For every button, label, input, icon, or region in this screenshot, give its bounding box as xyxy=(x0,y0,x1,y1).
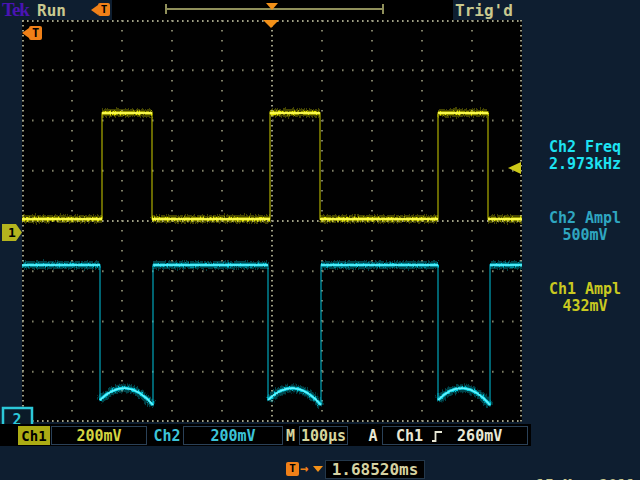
trigger-t-badge: T xyxy=(29,26,42,40)
ch1-ground-marker: 1 xyxy=(2,224,22,241)
trigger-delay-value: 1.68520ms xyxy=(325,460,425,479)
ch2-scale-readout: 200mV xyxy=(183,426,283,445)
measurement-label: Ch1 Ampl xyxy=(530,281,640,298)
trigger-time-offscreen-icon: T xyxy=(22,26,42,40)
trigger-a-tag: A xyxy=(367,426,379,445)
trigger-level-arrow-icon xyxy=(508,162,521,174)
arrow-left-icon xyxy=(91,5,98,15)
trigger-level-value: 260mV xyxy=(457,427,502,445)
status-bar: Ch1 200mV Ch2 200mV M 100µs A Ch1 260mV xyxy=(0,424,531,446)
scope-display xyxy=(22,20,522,422)
timebase-tag: M xyxy=(284,426,297,445)
acquisition-status: Run xyxy=(37,1,66,20)
triangle-down-icon xyxy=(313,466,323,472)
measurement-value: 500mV xyxy=(530,227,640,244)
record-trigger-marker-icon xyxy=(266,3,278,10)
measurement-ch1-ampl: Ch1 Ampl 432mV xyxy=(530,281,640,315)
measurement-ch2-ampl: Ch2 Ampl 500mV xyxy=(530,210,640,244)
ch1-channel-tag: Ch1 xyxy=(18,426,50,445)
trigger-readout-box: Ch1 260mV xyxy=(382,426,528,445)
datetime: 15 Mar 2011 16:48:54 xyxy=(536,446,635,480)
rising-edge-icon xyxy=(431,430,443,443)
trigger-t-badge: T xyxy=(98,3,110,16)
measurement-value: 2.973kHz xyxy=(530,156,640,173)
ch2-channel-tag: Ch2 xyxy=(151,426,183,445)
measurement-label: Ch2 Freq xyxy=(530,139,640,156)
arrow-right-icon: → xyxy=(300,460,308,476)
measurement-label: Ch2 Ampl xyxy=(530,210,640,227)
graticule xyxy=(22,20,522,422)
trigger-position-top-marker-icon xyxy=(263,20,279,28)
tek-logo: Tek xyxy=(2,0,29,21)
measurement-value: 432mV xyxy=(530,298,640,315)
measurement-ch2-freq: Ch2 Freq 2.973kHz xyxy=(530,139,640,173)
timebase-readout: 100µs xyxy=(299,426,348,445)
arrow-left-icon xyxy=(22,28,29,38)
trigger-position-icon: T xyxy=(91,3,110,16)
trigger-status: Trig'd xyxy=(455,1,513,20)
trigger-t-icon: T xyxy=(286,462,299,476)
oscilloscope-screen: Tek Run T Trig'd xyxy=(0,0,640,480)
ch1-scale-readout: 200mV xyxy=(51,426,147,445)
trigger-source: Ch1 xyxy=(396,427,423,445)
